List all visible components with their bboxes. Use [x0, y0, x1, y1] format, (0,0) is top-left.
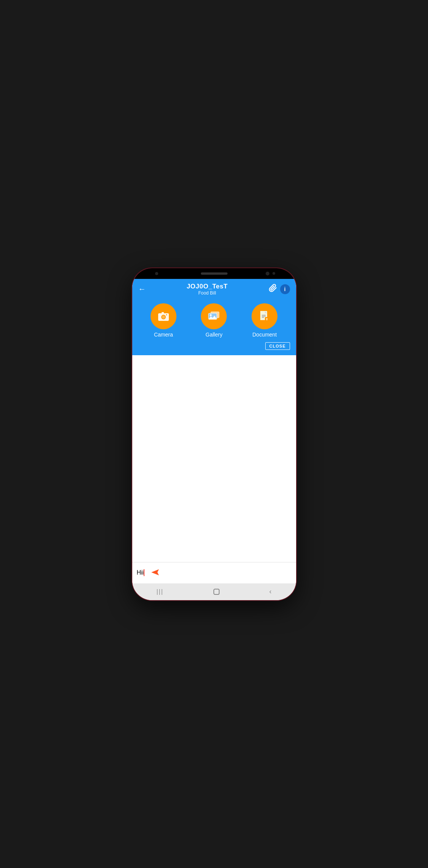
paperclip-icon[interactable] [269, 284, 277, 294]
back-nav-button[interactable]: ‹ [269, 588, 272, 596]
gallery-circle [201, 303, 227, 329]
recent-apps-button[interactable]: ||| [156, 588, 163, 595]
close-button-row: CLOSE [138, 342, 290, 350]
app-header: ← JOJ0O_TesT Food Bill i [132, 279, 296, 300]
document-option[interactable]: Document [252, 303, 277, 338]
chat-subtitle: Food Bill [146, 290, 269, 296]
chat-area[interactable] [132, 355, 296, 562]
sensor-icon [273, 272, 275, 275]
svg-point-4 [166, 314, 167, 315]
input-area: Hii [132, 562, 296, 583]
back-button[interactable]: ← [138, 285, 146, 293]
gallery-label: Gallery [205, 332, 222, 338]
front-camera-icon [155, 272, 158, 275]
app-screen: ← JOJ0O_TesT Food Bill i [132, 279, 296, 600]
phone-frame: ← JOJ0O_TesT Food Bill i [132, 268, 296, 600]
send-button[interactable] [148, 565, 162, 580]
close-button[interactable]: CLOSE [265, 342, 290, 350]
svg-marker-19 [151, 569, 159, 575]
camera-option[interactable]: Camera [151, 303, 176, 338]
camera-icon [157, 309, 170, 323]
home-button[interactable] [212, 588, 221, 596]
home-icon [212, 588, 221, 596]
header-actions: i [269, 284, 290, 294]
svg-rect-3 [162, 312, 164, 314]
info-button[interactable]: i [280, 284, 290, 294]
svg-rect-20 [214, 589, 219, 594]
text-cursor [144, 569, 144, 576]
selfie-camera-icon [266, 272, 269, 275]
camera-label: Camera [154, 332, 173, 338]
send-icon [150, 567, 160, 578]
attachment-options-row: Camera Ga [138, 303, 290, 338]
document-circle [252, 303, 277, 329]
gallery-option[interactable]: Gallery [201, 303, 227, 338]
speaker-icon [201, 272, 228, 275]
message-input-display[interactable]: Hii [137, 569, 145, 577]
message-text: Hii [137, 569, 144, 576]
chat-title: JOJ0O_TesT [146, 283, 269, 290]
navigation-bar: ||| ‹ [132, 583, 296, 600]
camera-circle [151, 303, 176, 329]
header-title-area: JOJ0O_TesT Food Bill [146, 283, 269, 296]
status-bar [132, 268, 296, 279]
gallery-icon [207, 309, 221, 323]
svg-point-2 [162, 316, 165, 319]
attachment-panel: Camera Ga [132, 300, 296, 355]
header-row: ← JOJ0O_TesT Food Bill i [138, 283, 290, 296]
svg-rect-16 [265, 317, 269, 322]
document-icon [258, 309, 271, 323]
document-label: Document [252, 332, 277, 338]
